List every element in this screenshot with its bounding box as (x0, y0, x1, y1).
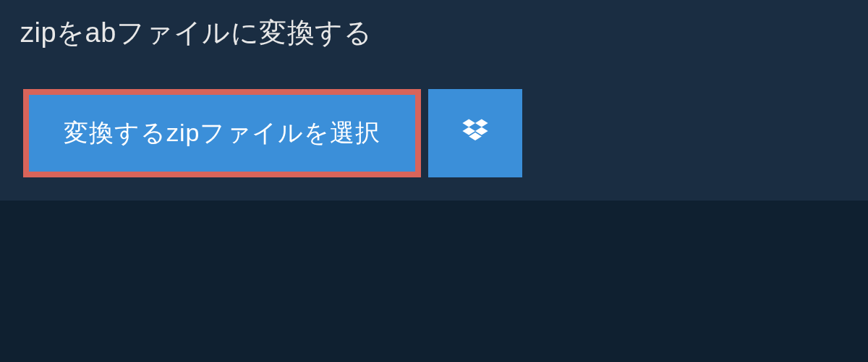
heading-container: zipをabファイルに変換する (0, 0, 392, 69)
converter-panel: zipをabファイルに変換する 変換するzipファイルを選択 (0, 0, 868, 201)
select-file-label: 変換するzipファイルを選択 (64, 117, 380, 150)
dropbox-button[interactable] (428, 89, 522, 177)
page-title: zipをabファイルに変換する (20, 14, 372, 51)
dropbox-icon (459, 116, 491, 151)
button-row: 変換するzipファイルを選択 (0, 89, 868, 201)
select-file-button[interactable]: 変換するzipファイルを選択 (23, 89, 421, 177)
